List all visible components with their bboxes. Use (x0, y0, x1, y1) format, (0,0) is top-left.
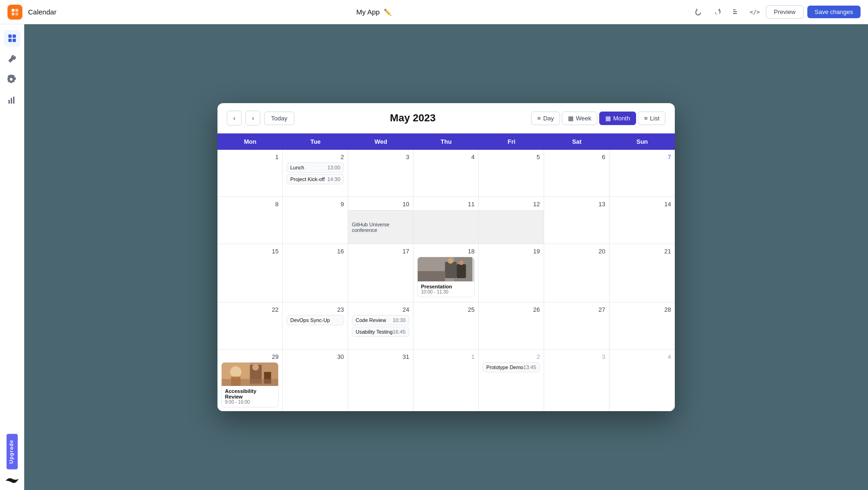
undo-button[interactable] (691, 5, 706, 20)
cell-may-21[interactable]: 21 (609, 244, 675, 302)
event-project-kickoff[interactable]: Project Kick-off14:30 (287, 174, 344, 184)
sidebar-item-analytics[interactable] (4, 91, 21, 108)
cell-jun-4[interactable]: 4 (609, 350, 675, 411)
week-5: 29 (217, 350, 675, 411)
accessibility-image (222, 363, 278, 386)
code-button[interactable]: </> (747, 5, 762, 20)
preview-button[interactable]: Preview (766, 5, 803, 19)
event-devops[interactable]: DevOps Sync-Up (287, 315, 344, 325)
cell-may-29[interactable]: 29 (217, 350, 283, 411)
calendar-title: May 2023 (390, 112, 436, 124)
cell-jun-2[interactable]: 2 Prototype Demo13:45 (479, 350, 544, 411)
cell-may-26[interactable]: 26 (479, 302, 544, 349)
edit-icon[interactable]: ✏️ (384, 8, 392, 16)
app-logo (7, 5, 22, 20)
svg-rect-0 (12, 9, 14, 12)
bird-logo-icon (6, 477, 19, 484)
week-3: 15 16 17 18 (217, 244, 675, 302)
cell-jun-3[interactable]: 3 (544, 350, 609, 411)
upgrade-banner[interactable]: Upgrade (7, 434, 18, 469)
week-view-button[interactable]: ▦ Week (562, 112, 597, 125)
next-button[interactable]: › (245, 111, 260, 126)
cell-may-11[interactable]: 11 (413, 197, 479, 244)
svg-rect-17 (418, 271, 445, 281)
header-tue: Tue (283, 133, 348, 150)
event-usability-testing[interactable]: Usability Testing16:45 (352, 327, 409, 337)
cell-may-17[interactable]: 17 (348, 244, 413, 302)
svg-rect-10 (13, 97, 14, 104)
svg-point-16 (459, 260, 464, 265)
cell-may-18[interactable]: 18 (413, 244, 479, 302)
month-view-button[interactable]: ▦ Month (599, 112, 636, 125)
sidebar-item-tools[interactable] (4, 50, 21, 67)
cell-may-13[interactable]: 13 (544, 197, 609, 244)
cell-may-15[interactable]: 15 (217, 244, 283, 302)
calendar-nav: ‹ › Today (227, 111, 294, 126)
event-accessibility[interactable]: Accessibility Review 9:00 - 16:00 (221, 362, 279, 407)
cell-may-12[interactable]: 12 (479, 197, 544, 244)
cell-may-8[interactable]: 8 (217, 197, 283, 244)
save-button[interactable]: Save changes (807, 6, 861, 18)
svg-point-20 (230, 366, 241, 378)
cell-may-30[interactable]: 30 (283, 350, 348, 411)
cell-may-7[interactable]: 7 (609, 150, 675, 196)
cell-may-4[interactable]: 4 (413, 150, 479, 196)
svg-rect-8 (8, 100, 10, 104)
cell-may-25[interactable]: 25 (413, 302, 479, 349)
presentation-image (418, 257, 474, 281)
calendar-header: ‹ › Today May 2023 ≡ Day ▦ Week ▦ (217, 103, 675, 133)
cell-may-9[interactable]: 9 (283, 197, 348, 244)
sidebar-bottom: Upgrade (7, 434, 18, 469)
cell-may-22[interactable]: 22 (217, 302, 283, 349)
cell-may-19[interactable]: 19 (479, 244, 544, 302)
redo-button[interactable] (710, 5, 725, 20)
topbar: Calendar My App ✏️ </> Preview Save chan… (0, 0, 868, 24)
svg-rect-2 (12, 13, 14, 15)
today-button[interactable]: Today (264, 112, 294, 125)
cell-jun-1[interactable]: 1 (413, 350, 479, 411)
calendar-widget: ‹ › Today May 2023 ≡ Day ▦ Week ▦ (217, 103, 675, 411)
github-event-label: GitHub Universe conference (352, 222, 409, 233)
cell-may-10[interactable]: 10 GitHub Universe conference (348, 197, 413, 244)
week-2: 8 9 10 GitHub Universe conference 11 12 (217, 197, 675, 244)
format-button[interactable] (728, 5, 743, 20)
cell-may-27[interactable]: 27 (544, 302, 609, 349)
header-sun: Sun (609, 133, 675, 150)
cell-may-5[interactable]: 5 (479, 150, 544, 196)
header-mon: Mon (217, 133, 283, 150)
svg-rect-13 (445, 262, 457, 278)
calendar-grid: Mon Tue Wed Thu Fri Sat Sun 1 2 Lunch13:… (217, 133, 675, 411)
cell-may-2[interactable]: 2 Lunch13:00 Project Kick-off14:30 (283, 150, 348, 196)
sidebar-item-dashboard[interactable] (4, 30, 21, 47)
cell-may-16[interactable]: 16 (283, 244, 348, 302)
cell-may-14[interactable]: 14 (609, 197, 675, 244)
cell-may-28[interactable]: 28 (609, 302, 675, 349)
cell-may-23[interactable]: 23 DevOps Sync-Up (283, 302, 348, 349)
svg-point-14 (448, 258, 454, 264)
event-code-review[interactable]: Code Review10:30 (352, 315, 409, 325)
header-fri: Fri (479, 133, 544, 150)
event-lunch[interactable]: Lunch13:00 (287, 162, 344, 173)
list-icon: ≡ (644, 115, 648, 122)
cell-may-31[interactable]: 31 (348, 350, 413, 411)
svg-rect-25 (222, 379, 278, 386)
svg-rect-4 (8, 35, 12, 38)
sidebar-item-settings[interactable] (4, 71, 21, 88)
list-view-button[interactable]: ≡ List (638, 112, 665, 125)
day-view-button[interactable]: ≡ Day (531, 112, 560, 125)
week-icon: ▦ (568, 115, 574, 122)
event-presentation[interactable]: Presentation 10:00 - 11:30 (417, 257, 475, 297)
event-prototype-demo[interactable]: Prototype Demo13:45 (483, 362, 540, 372)
cell-may-20[interactable]: 20 (544, 244, 609, 302)
svg-rect-7 (13, 39, 16, 42)
cell-may-6[interactable]: 6 (544, 150, 609, 196)
cell-may-1[interactable]: 1 (217, 150, 283, 196)
cell-may-3[interactable]: 3 (348, 150, 413, 196)
topbar-actions: </> Preview Save changes (691, 5, 861, 20)
prev-button[interactable]: ‹ (227, 111, 242, 126)
view-toggle: ≡ Day ▦ Week ▦ Month ≡ List (531, 112, 665, 125)
sidebar: Upgrade (0, 24, 24, 490)
day-icon: ≡ (537, 115, 541, 122)
svg-rect-3 (15, 13, 18, 15)
cell-may-24[interactable]: 24 Code Review10:30 Usability Testing16:… (348, 302, 413, 349)
